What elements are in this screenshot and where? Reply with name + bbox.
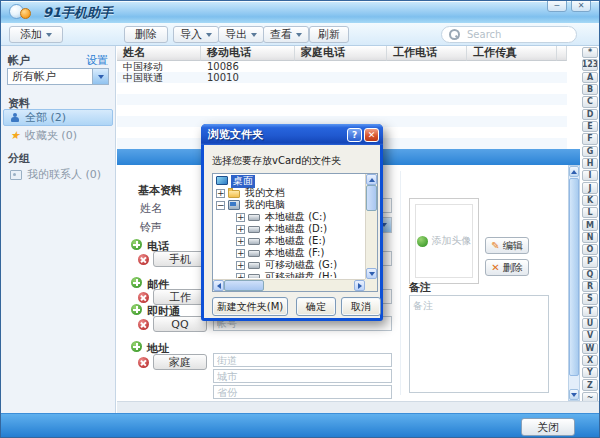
new-folder-button[interactable]: 新建文件夹(M) [212,297,288,316]
settings-link[interactable]: 设置 [86,53,108,68]
cancel-button[interactable]: 取消 [341,297,381,316]
index-button[interactable]: U [582,318,598,329]
index-button[interactable]: P [582,256,598,267]
close-button[interactable]: 关闭 [521,418,575,436]
tree-vertical-scrollbar[interactable] [365,174,377,279]
index-button[interactable]: C [582,96,598,107]
address-province-input[interactable] [213,385,392,399]
phone-type-button[interactable]: 手机 [153,251,207,267]
help-button[interactable]: ? [347,128,362,142]
expand-icon[interactable]: + [236,273,245,279]
account-select[interactable]: 所有帐户 [7,68,109,85]
refresh-button[interactable]: 刷新 [309,26,349,43]
index-button[interactable]: N [582,232,598,243]
index-button[interactable]: Z [582,379,598,390]
index-button[interactable]: F [582,133,598,144]
add-avatar-button[interactable]: 添加头像 [415,204,473,278]
dialog-close-button[interactable]: ✕ [364,128,379,142]
index-button[interactable]: H [582,158,598,169]
expand-icon[interactable]: + [216,189,225,198]
index-button[interactable]: A [582,72,598,83]
index-button[interactable]: L [582,207,598,218]
index-button[interactable]: D [582,109,598,120]
index-button[interactable]: J [582,182,598,193]
tree-horizontal-scrollbar[interactable] [213,279,365,291]
view-button[interactable]: 查看 [263,26,309,43]
index-button[interactable]: V [582,330,598,341]
add-im-icon[interactable] [131,304,142,315]
add-button[interactable]: 添加 [9,26,63,43]
column-header[interactable]: 家庭电话 [295,46,387,61]
index-button[interactable]: T [582,306,598,317]
collapse-icon[interactable]: − [216,201,225,210]
scroll-right-icon[interactable] [354,280,365,291]
column-header[interactable]: 工作电话 [387,46,467,61]
delete-avatar-button[interactable]: ✕ 删除 [485,259,529,276]
minimize-button[interactable]: ─ [547,0,567,12]
table-row[interactable]: 中国联通10010 [117,72,567,83]
add-email-icon[interactable] [131,277,142,288]
add-address-icon[interactable] [131,341,142,352]
expand-icon[interactable]: + [236,225,245,234]
chevron-down-icon[interactable] [92,69,108,84]
address-street-input[interactable] [213,353,392,367]
scroll-up-icon[interactable] [366,174,377,185]
index-button[interactable]: O [582,244,598,255]
scroll-down-icon[interactable] [569,389,579,400]
index-button[interactable]: I [582,170,598,181]
index-button[interactable]: * [582,47,598,58]
index-button[interactable]: Y [582,367,598,378]
remove-phone-icon[interactable] [138,254,149,265]
address-city-input[interactable] [213,369,392,383]
scroll-up-icon[interactable] [569,166,579,177]
email-type-button[interactable]: 工作 [153,289,207,305]
add-phone-icon[interactable] [131,239,142,250]
tree-item[interactable]: 桌面 [214,175,364,187]
drive-icon [248,223,261,235]
edit-avatar-button[interactable]: ✎ 编辑 [485,237,529,254]
index-button[interactable]: X [582,355,598,366]
index-button[interactable]: S [582,293,598,304]
index-button[interactable]: M [582,219,598,230]
scrollbar-thumb[interactable] [569,178,579,376]
index-button[interactable]: B [582,84,598,95]
scrollbar-thumb[interactable] [366,185,377,211]
index-button[interactable]: 123 [582,59,598,70]
index-button[interactable]: W [582,343,598,354]
index-button[interactable]: Q [582,269,598,280]
close-window-button[interactable]: ✕ [571,0,591,12]
remove-address-icon[interactable] [138,357,149,368]
address-type-button[interactable]: 家庭 [153,354,207,370]
import-button[interactable]: 导入 [173,26,219,43]
detail-scrollbar[interactable] [568,165,580,401]
notes-textarea[interactable] [409,295,549,393]
column-header[interactable]: 工作传真 [467,46,557,61]
index-button[interactable]: K [582,195,598,206]
expand-icon[interactable]: + [236,261,245,270]
expand-icon[interactable]: + [236,249,245,258]
sidebar-item-my-contacts[interactable]: 我的联系人 (0) [3,166,113,183]
scroll-down-icon[interactable] [366,268,377,279]
tree-item-label: 可移动磁盘 (H:) [263,270,339,278]
tree-item[interactable]: +我的文档 [214,187,364,199]
tree-item[interactable]: +可移动磁盘 (H:) [214,271,364,278]
sidebar-item-all[interactable]: 全部 (2) [3,109,113,126]
search-input[interactable] [465,28,569,41]
column-header[interactable]: 姓名 [117,46,201,61]
im-type-button[interactable]: QQ [153,316,207,332]
column-header[interactable]: 移动电话 [201,46,295,61]
table-row[interactable]: 中国移动10086 [117,61,567,72]
ok-button[interactable]: 确定 [296,297,336,316]
expand-icon[interactable]: + [236,213,245,222]
export-button[interactable]: 导出 [218,26,264,43]
scroll-left-icon[interactable] [213,280,224,291]
delete-button[interactable]: 删除 [124,26,168,43]
remove-email-icon[interactable] [138,292,149,303]
index-button[interactable]: E [582,121,598,132]
index-button[interactable]: R [582,281,598,292]
remove-im-icon[interactable] [138,319,149,330]
sidebar-item-favorites[interactable]: ★ 收藏夹 (0) [3,127,113,144]
index-button[interactable]: G [582,146,598,157]
scrollbar-thumb[interactable] [224,280,264,291]
expand-icon[interactable]: + [236,237,245,246]
